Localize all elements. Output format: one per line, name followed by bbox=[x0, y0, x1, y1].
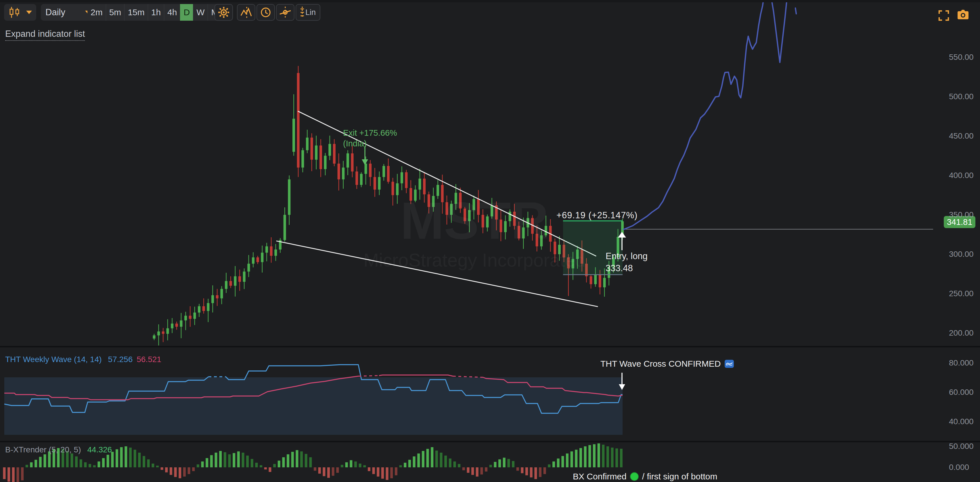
panel-divider[interactable] bbox=[0, 346, 980, 347]
exit-annotation-line2: (India) bbox=[343, 138, 397, 149]
panel-divider[interactable] bbox=[0, 441, 980, 442]
interval-D[interactable]: D bbox=[180, 4, 193, 21]
bx-confirmed-annotation[interactable]: BX Confirmed / first sign of bottom bbox=[573, 472, 718, 481]
chevron-down-icon bbox=[26, 11, 32, 14]
interval-4h[interactable]: 4h bbox=[164, 4, 180, 21]
tht-cross-text: THT Wave Cross CONFIRMED bbox=[600, 359, 721, 369]
axis-tick-label: 450.00 bbox=[949, 131, 979, 141]
axis-tick-label: 550.00 bbox=[949, 52, 979, 62]
clock-icon bbox=[260, 6, 272, 18]
tht-indicator-title[interactable]: THT Weekly Wave (14, 14) bbox=[5, 355, 102, 364]
fullscreen-button[interactable] bbox=[938, 10, 950, 22]
entry-annotation[interactable]: Entry, long 333.48 bbox=[606, 250, 648, 274]
indicators-button[interactable] bbox=[237, 4, 255, 21]
axis-tick-label: 40.000 bbox=[949, 417, 979, 426]
interval-1h[interactable]: 1h bbox=[148, 4, 164, 21]
trading-chart-window: MSTR MicroStrategy Incorporated Daily 2m… bbox=[0, 0, 980, 482]
trendline-drawings[interactable] bbox=[277, 111, 598, 307]
camera-icon bbox=[956, 9, 970, 21]
exit-annotation[interactable]: Exit +175.66% (India) bbox=[343, 128, 397, 149]
tht-value-pink: 56.521 bbox=[137, 355, 161, 364]
interval-button-group: 2m5m15m1h4hDWM bbox=[88, 4, 221, 21]
settings-button[interactable] bbox=[215, 4, 233, 21]
tht-cross-annotation[interactable]: THT Wave Cross CONFIRMED bbox=[600, 359, 734, 369]
session-clock-button[interactable] bbox=[256, 4, 275, 21]
bxt-indicator-title[interactable]: B-XTrender (5, 20, 5) bbox=[5, 445, 81, 454]
axis-tick-label: 300.00 bbox=[949, 250, 979, 259]
chart-pane[interactable] bbox=[0, 0, 980, 482]
axis-tick-label: 350.00 bbox=[949, 210, 979, 220]
fullscreen-icon bbox=[938, 10, 950, 21]
axis-tick-label: 500.00 bbox=[949, 92, 979, 101]
axis-tick-label: 60.000 bbox=[949, 388, 979, 397]
interval-15m[interactable]: 15m bbox=[124, 4, 148, 21]
green-circle-emoji bbox=[630, 472, 639, 481]
candlestick-series bbox=[153, 66, 624, 345]
interval-5m[interactable]: 5m bbox=[106, 4, 124, 21]
axis-tick-label: 80.000 bbox=[949, 358, 979, 367]
bx-confirmed-suffix: / first sign of bottom bbox=[642, 472, 718, 481]
price-crosshair-icon bbox=[279, 6, 291, 19]
expand-indicator-list-link[interactable]: Expand indicator list bbox=[5, 29, 85, 41]
projection-path-drawing[interactable] bbox=[624, 0, 796, 229]
entry-annotation-line2: 333.48 bbox=[606, 262, 648, 274]
timeframe-label: Daily bbox=[45, 7, 65, 17]
axis-tick-label: 400.00 bbox=[949, 171, 979, 180]
screenshot-button[interactable] bbox=[956, 9, 970, 22]
bxt-value: 44.326 bbox=[88, 445, 112, 454]
axis-tick-label: 0.000 bbox=[949, 463, 979, 472]
tht-value-blue: 57.256 bbox=[108, 355, 133, 364]
entry-annotation-line1: Entry, long bbox=[606, 250, 648, 262]
interval-2m[interactable]: 2m bbox=[88, 4, 106, 21]
exit-annotation-line1: Exit +175.66% bbox=[343, 128, 397, 138]
window-top-edge bbox=[0, 0, 980, 2]
candlestick-icon bbox=[8, 6, 22, 18]
axis-tick-label: 50.000 bbox=[949, 442, 979, 451]
gear-icon bbox=[218, 6, 230, 18]
price-line-button[interactable] bbox=[276, 4, 294, 21]
bx-confirmed-text: BX Confirmed bbox=[573, 472, 627, 481]
linear-scale-button[interactable]: Lin bbox=[296, 4, 320, 21]
indicator-zigzag-icon bbox=[240, 6, 253, 18]
measure-annotation[interactable]: +69.19 (+25.147%) bbox=[557, 210, 638, 221]
axis-tick-label: 200.00 bbox=[949, 328, 979, 338]
interval-W[interactable]: W bbox=[193, 4, 208, 21]
wave-emoji bbox=[725, 360, 734, 368]
bxt-indicator-legend[interactable]: B-XTrender (5, 20, 5) 44.326 bbox=[5, 445, 112, 454]
tht-indicator-legend[interactable]: THT Weekly Wave (14, 14) 57.256 56.521 bbox=[5, 355, 161, 364]
scale-ruler-icon bbox=[300, 6, 304, 19]
lin-scale-label: Lin bbox=[305, 8, 316, 17]
axis-tick-label: 250.00 bbox=[949, 289, 979, 298]
chart-type-button[interactable] bbox=[4, 4, 36, 21]
